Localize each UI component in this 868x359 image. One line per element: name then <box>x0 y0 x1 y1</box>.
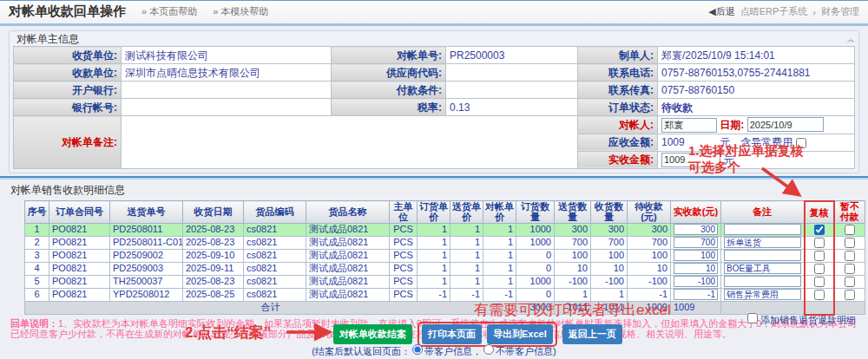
field-value <box>446 64 578 82</box>
received-input[interactable] <box>674 263 718 274</box>
remark-input[interactable] <box>724 250 801 261</box>
module-help-link[interactable]: » 本模块帮助 <box>213 5 268 18</box>
nopay-checkbox[interactable] <box>845 277 855 287</box>
table-row: 5 PO0821 TH2500037 2025-08-23 cs0821 测试成… <box>25 275 865 288</box>
add-return-detail-checkbox[interactable] <box>747 313 758 323</box>
with-customer-radio[interactable] <box>412 344 423 355</box>
cell: 10 <box>591 262 628 275</box>
received-input[interactable] <box>674 224 718 235</box>
cell: 1 <box>418 262 450 275</box>
field-value <box>122 99 332 116</box>
receivable-amount: 1009 <box>661 136 717 148</box>
cell: 1 <box>450 249 483 262</box>
back-button[interactable]: 返回上一页 <box>562 324 622 344</box>
cell: 1 <box>418 249 450 262</box>
cell: 1000 <box>516 275 555 288</box>
cell: 0 <box>516 288 555 301</box>
received-suffix: 元 <box>723 153 733 166</box>
cell: 1 <box>450 236 483 249</box>
abnormal-fee-checkbox[interactable] <box>796 138 806 148</box>
review-checkbox[interactable] <box>814 238 825 248</box>
field-label: 应收金额: <box>578 134 658 151</box>
collapse-icon[interactable]: ︽ <box>847 33 855 46</box>
col-header: 对帐单价 <box>483 201 516 224</box>
received-input[interactable] <box>674 289 718 300</box>
col-header: 订单合同号 <box>49 201 110 224</box>
back-link[interactable]: ◀后退 <box>708 5 734 18</box>
review-checkbox[interactable] <box>814 251 825 261</box>
cell: PO0821 <box>49 249 110 262</box>
cell: 测试成品0821 <box>306 223 390 236</box>
review-checkbox[interactable] <box>814 277 825 287</box>
nopay-checkbox[interactable] <box>845 251 855 261</box>
cell: 1 <box>418 236 450 249</box>
cell: 300 <box>591 223 628 236</box>
received-input[interactable] <box>674 276 718 287</box>
cell: 5 <box>25 275 49 288</box>
cell: 2025-09-10 <box>183 249 244 262</box>
nopay-checkbox[interactable] <box>845 238 855 248</box>
field-value: 0757-88760153,0755-27441881 <box>658 64 855 82</box>
received-input[interactable] <box>674 237 718 248</box>
table-row: 2 PO0821 PD2508011-C01 2025-08-23 cs0821… <box>25 236 865 249</box>
nopay-checkbox[interactable] <box>845 290 855 300</box>
col-header: 送货单价 <box>450 201 483 224</box>
field-value <box>122 82 332 99</box>
nopay-checkbox[interactable] <box>845 225 855 235</box>
cell: PO0821 <box>49 288 110 301</box>
page: 对帐单收款回单操作 » 本页面帮助 » 本模块帮助 ◀后退 点晴ERP子系统 ›… <box>0 0 868 359</box>
cell: PD2508011 <box>110 223 183 236</box>
reconciler-input[interactable] <box>661 118 717 133</box>
annotation-box-print-export: 打印本页面 导出到Excel <box>418 322 557 347</box>
page-help-link[interactable]: » 本页面帮助 <box>141 5 197 18</box>
crumb-erp[interactable]: 点晴ERP子系统 <box>740 5 808 18</box>
header-row: 序号 订单合同号 送货单号 收货日期 货品编码 货品名称 主单位 订货单价 送货… <box>25 201 865 224</box>
cell: 1 <box>483 236 516 249</box>
main-info-title: 对帐单主信息 ︽ <box>13 33 855 46</box>
cell: 3 <box>25 249 49 262</box>
back-arrow-icon: ◀ <box>708 6 715 16</box>
col-header: 暂不付款 <box>834 201 865 224</box>
cell: PCS <box>390 236 418 249</box>
total-cell: 1011 <box>555 301 591 315</box>
field-value: 0.13 <box>446 99 578 116</box>
remark-input[interactable] <box>724 289 801 300</box>
cell: YPD2508012 <box>110 288 183 301</box>
with-customer-label: 带客户信息， <box>424 346 482 356</box>
table-row: 1 PO0821 PD2508011 2025-08-23 cs0821 测试成… <box>25 223 865 236</box>
cell: 0 <box>516 249 555 262</box>
cell: 1 <box>591 288 628 301</box>
review-checkbox[interactable] <box>814 290 825 300</box>
received-amount-input[interactable] <box>661 153 720 167</box>
cell: 1 <box>483 275 516 288</box>
remark-input[interactable] <box>724 224 801 235</box>
statement-remark[interactable] <box>122 116 578 169</box>
col-header-review: 复核 <box>805 201 834 224</box>
crumb-finance[interactable]: 财务管理 <box>821 5 859 18</box>
remark-input[interactable] <box>724 263 801 274</box>
review-checkbox[interactable] <box>814 225 825 235</box>
cell: 测试成品0821 <box>306 249 390 262</box>
receivable-suffix: 元，含异常费用 <box>720 136 792 148</box>
cell: -1 <box>628 288 671 301</box>
nopay-checkbox[interactable] <box>845 264 855 274</box>
field-label: 对帐单号: <box>332 47 446 64</box>
breadcrumb: ◀后退 点晴ERP子系统 › 财务管理 <box>708 5 859 18</box>
cell: 300 <box>628 223 671 236</box>
total-cell: 1009 <box>671 301 721 315</box>
field-label: 制单人: <box>578 47 658 64</box>
without-customer-radio[interactable] <box>483 344 494 355</box>
export-excel-button[interactable]: 导出到Excel <box>487 324 553 344</box>
date-input[interactable] <box>747 117 824 132</box>
cell: -1 <box>450 288 483 301</box>
field-label: 订单状态: <box>578 99 658 116</box>
field-label: 税率: <box>332 99 446 116</box>
settle-button[interactable]: 对帐单收款结案 <box>333 324 412 344</box>
review-checkbox[interactable] <box>814 264 825 274</box>
cell: 2025-08-23 <box>183 275 244 288</box>
print-button[interactable]: 打印本页面 <box>422 324 482 344</box>
col-header: 订货单价 <box>418 201 450 224</box>
received-input[interactable] <box>674 250 718 261</box>
remark-input[interactable] <box>724 276 801 287</box>
remark-input[interactable] <box>724 237 801 248</box>
